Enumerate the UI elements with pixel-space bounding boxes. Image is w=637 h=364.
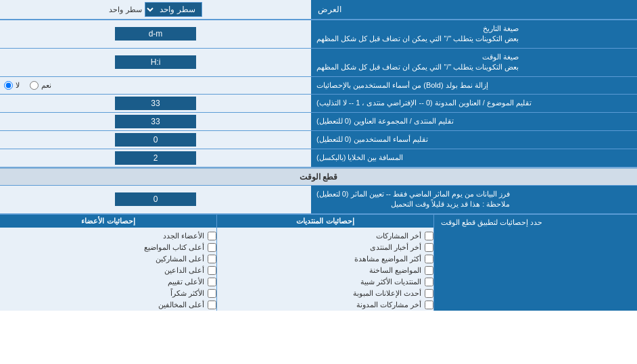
checkbox-most-thanked[interactable]	[208, 289, 216, 298]
page-title: العرض	[311, 0, 637, 19]
bold-label: إزالة نمط بولد (Bold) من أسماء المستخدمي…	[311, 77, 637, 94]
list-item: المواضيع الساخنة	[217, 265, 433, 276]
cell-spacing-label: المسافة بين الخلايا (بالبكسل)	[311, 149, 637, 167]
date-format-label: صيغة التاريخ بعض التكوينات يتطلب "/" الت…	[311, 20, 637, 48]
checkbox-latest-classifieds[interactable]	[425, 289, 433, 298]
display-mode-select[interactable]: سطر واحد سطرين ثلاثة أسطر	[145, 2, 202, 17]
checkbox-last-forum-news[interactable]	[425, 243, 433, 252]
checkbox-most-similar[interactable]	[425, 278, 433, 286]
checkbox-top-rated[interactable]	[208, 278, 216, 286]
trim-forum-label: تقليم المنتدى / المجموعة العناوين (0 للت…	[311, 113, 637, 130]
list-item: المنتديات الأكثر شبية	[217, 276, 433, 288]
checkbox-new-members[interactable]	[208, 232, 216, 240]
forum-stats-header: إحصائيات المنتديات	[217, 215, 433, 228]
cell-spacing-input[interactable]	[115, 151, 196, 165]
trim-topic-label: تقليم الموضوع / العناوين المدونة (0 -- ا…	[311, 95, 637, 112]
apply-label: حدد إحصائيات لتطبيق قطع الوقت	[434, 215, 637, 311]
list-item: أخر المشاركات	[217, 230, 433, 242]
checkbox-top-topic-writers[interactable]	[208, 243, 216, 252]
cutoff-label: فرز البيانات من يوم الماثر الماضي فقط --…	[311, 186, 637, 213]
cutoff-section-header: قطع الوقت	[0, 167, 637, 186]
list-item: الأعضاء الجدد	[0, 230, 216, 242]
list-item: أكثر المواضيع مشاهدة	[217, 253, 433, 265]
bold-no-radio[interactable]	[4, 81, 13, 90]
trim-forum-input[interactable]	[115, 115, 196, 128]
time-format-label: صيغة الوقت بعض التكوينات يتطلب "/" التي …	[311, 49, 637, 76]
bold-yes-label[interactable]: نعم	[30, 81, 51, 90]
list-item: أعلى المشاركين	[0, 253, 216, 265]
checkbox-top-participants[interactable]	[208, 255, 216, 263]
trim-usernames-input[interactable]	[115, 133, 196, 147]
trim-usernames-label: تقليم أسماء المستخدمين (0 للتعطيل)	[311, 131, 637, 149]
checkbox-last-blog-posts[interactable]	[425, 301, 433, 309]
checkbox-hot-topics[interactable]	[425, 266, 433, 275]
date-format-input[interactable]	[115, 27, 196, 41]
time-format-input-cell	[0, 49, 311, 76]
bold-no-label[interactable]: لا	[4, 81, 20, 90]
dropdown-cell: سطر واحد سطرين ثلاثة أسطر سطر واحد	[0, 0, 311, 19]
checkbox-top-inviters[interactable]	[208, 266, 216, 275]
list-item: الأكثر شكراً	[0, 288, 216, 299]
member-stats-col: إحصائيات الأعضاء الأعضاء الجدد أعلى كتاب…	[0, 215, 216, 311]
list-item: أحدث الإعلانات المبوبة	[217, 288, 433, 299]
time-format-input[interactable]	[115, 55, 196, 69]
dropdown-label: سطر واحد	[109, 5, 141, 14]
list-item: أخر أخبار المنتدى	[217, 242, 433, 253]
trim-topic-input-cell	[0, 95, 311, 112]
trim-usernames-input-cell	[0, 131, 311, 149]
forum-stats-col: إحصائيات المنتديات أخر المشاركات أخر أخب…	[216, 215, 434, 311]
cutoff-input-cell	[0, 186, 311, 213]
bold-yes-radio[interactable]	[30, 81, 39, 90]
list-item: أخر مشاركات المدونة	[217, 299, 433, 311]
checkbox-top-violators[interactable]	[208, 301, 216, 309]
date-format-input-cell	[0, 20, 311, 48]
checkbox-most-viewed[interactable]	[425, 255, 433, 263]
cutoff-input[interactable]	[115, 192, 196, 206]
list-item: أعلى كتاب المواضيع	[0, 242, 216, 253]
cell-spacing-input-cell	[0, 149, 311, 167]
list-item: أعلى الداعين	[0, 265, 216, 276]
checkbox-last-posts[interactable]	[425, 232, 433, 240]
trim-forum-input-cell	[0, 113, 311, 130]
member-stats-header: إحصائيات الأعضاء	[0, 215, 216, 228]
bold-radio-cell: نعم لا	[0, 77, 311, 94]
trim-topic-input[interactable]	[115, 97, 196, 110]
list-item: الأعلى تقييم	[0, 276, 216, 288]
list-item: أعلى المخالفين	[0, 299, 216, 311]
